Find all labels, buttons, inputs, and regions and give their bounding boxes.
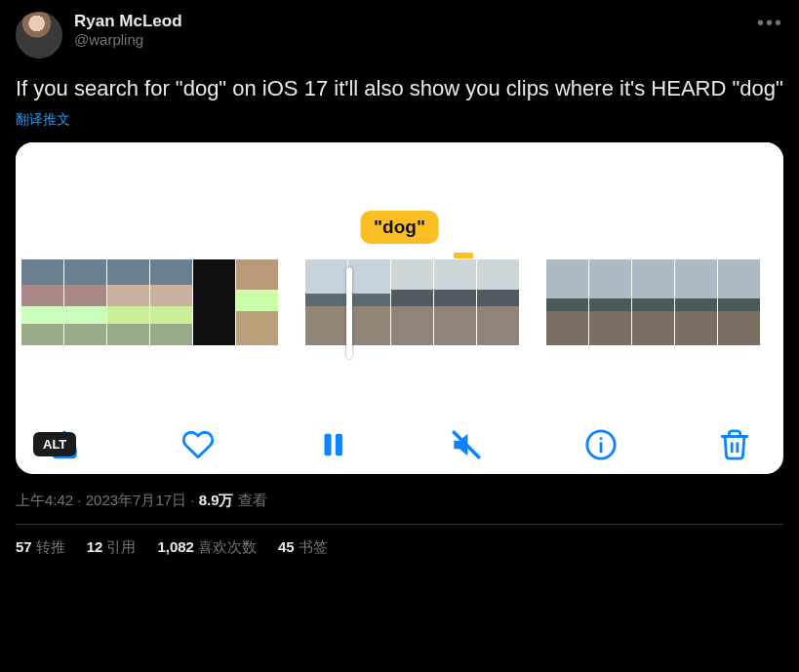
pause-icon[interactable] — [313, 425, 352, 464]
stats-row: 57转推 12引用 1,082喜欢次数 45书签 — [16, 538, 783, 557]
bookmarks-stat[interactable]: 45书签 — [278, 538, 328, 557]
clip-thumb[interactable] — [477, 259, 519, 345]
date[interactable]: 2023年7月17日 — [86, 492, 186, 508]
views-count: 8.9万 — [199, 492, 234, 508]
clip-thumb[interactable] — [434, 259, 476, 345]
clip-thumb[interactable] — [107, 259, 149, 345]
clip-thumb[interactable] — [589, 259, 631, 345]
avatar[interactable] — [16, 12, 62, 59]
svg-rect-1 — [324, 433, 331, 455]
svg-rect-2 — [336, 433, 342, 455]
clip-thumb[interactable] — [391, 259, 433, 345]
clip-thumb[interactable] — [305, 259, 347, 345]
time[interactable]: 上午4:42 — [16, 492, 73, 508]
heart-icon[interactable] — [179, 425, 218, 464]
handle: @warpling — [74, 31, 182, 49]
tweet-text: If you search for "dog" on iOS 17 it'll … — [16, 74, 783, 103]
clip-thumb[interactable] — [546, 259, 588, 345]
tweet-meta: 上午4:42 · 2023年7月17日 · 8.9万 查看 — [16, 492, 783, 510]
clip-thumb[interactable] — [64, 259, 106, 345]
clip-group-3 — [546, 259, 760, 355]
clip-thumb[interactable] — [150, 259, 192, 345]
media-whitespace: "dog" — [16, 142, 783, 259]
divider — [16, 524, 783, 525]
clip-thumb[interactable] — [236, 259, 278, 345]
views-label: 查看 — [234, 492, 267, 508]
caption-marker — [454, 253, 473, 258]
clip-thumb[interactable] — [348, 259, 390, 345]
clip-thumb[interactable] — [21, 259, 63, 345]
trash-icon[interactable] — [715, 425, 754, 464]
svg-point-6 — [599, 437, 602, 440]
author-names[interactable]: Ryan McLeod @warpling — [74, 12, 182, 49]
playhead[interactable] — [346, 267, 352, 359]
more-icon[interactable]: ••• — [757, 12, 783, 34]
caption-badge: "dog" — [360, 211, 439, 244]
retweets-stat[interactable]: 57转推 — [16, 538, 65, 557]
clip-thumb[interactable] — [675, 259, 717, 345]
clip-thumb[interactable] — [632, 259, 674, 345]
clip-timeline[interactable] — [16, 259, 783, 355]
tweet: Ryan McLeod @warpling ••• If you search … — [16, 12, 783, 557]
quotes-stat[interactable]: 12引用 — [87, 538, 137, 557]
clip-group-1 — [21, 259, 278, 355]
info-icon[interactable] — [581, 425, 620, 464]
alt-badge[interactable]: ALT — [33, 432, 76, 456]
likes-stat[interactable]: 1,082喜欢次数 — [157, 538, 257, 557]
clip-thumb[interactable] — [718, 259, 760, 345]
media-toolbar — [16, 410, 783, 474]
volume-mute-icon[interactable] — [447, 425, 486, 464]
clip-group-2 — [305, 259, 519, 355]
tweet-header: Ryan McLeod @warpling ••• — [16, 12, 783, 59]
clip-thumb[interactable] — [193, 259, 235, 345]
media-card[interactable]: "dog" — [16, 142, 783, 474]
translate-link[interactable]: 翻译推文 — [16, 111, 783, 129]
display-name: Ryan McLeod — [74, 12, 182, 31]
